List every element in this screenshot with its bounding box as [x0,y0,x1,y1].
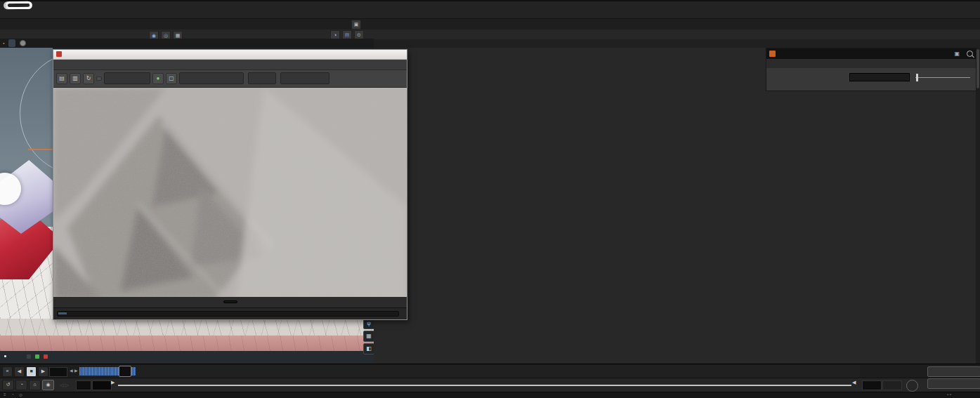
network-editor[interactable] [374,48,976,364]
range-start-field[interactable] [76,380,91,390]
range-end-display [882,380,902,390]
pane-layout-icon[interactable]: ▣ [351,20,361,29]
progress-bar [57,311,399,317]
toggle-icon[interactable] [27,354,31,359]
size-mode-select[interactable] [280,72,329,84]
red-status-icon[interactable] [44,354,48,359]
shelf-row [0,1,980,18]
network-scrollbar[interactable] [976,48,980,364]
refresh-icon[interactable]: ↻ [83,73,94,84]
green-status-icon[interactable] [35,354,39,359]
home-range-icon[interactable]: ⌂ [29,380,41,390]
playback-option-icons: ↺ ◔ ⌂ ◉ ◁ ▷ [2,380,69,390]
playhead[interactable] [119,366,131,377]
range-end-field[interactable] [862,380,882,390]
param-dialog-header[interactable]: ▣ [766,48,976,59]
path-row [0,29,980,39]
go-start-button[interactable]: « [2,366,13,377]
shade-display-icon[interactable]: ◧ [363,343,374,354]
node-layer [374,48,976,364]
aov-select[interactable] [104,72,150,84]
target-icon[interactable]: ⊙ [19,392,22,397]
ai-generated-watermark [6,1,32,9]
open-file-icon[interactable]: ▤ [56,73,67,84]
frame-inc-icon[interactable]: ▶ [74,368,78,373]
range-slider-right-arrow-icon[interactable]: ◀ [852,380,856,385]
param-dialog-body [766,68,976,91]
realtime-icon[interactable]: ◉ [42,380,54,390]
material-id-value[interactable] [849,73,910,81]
disabled-icon: ◁ [60,383,63,388]
material-id-slider[interactable] [915,77,970,78]
tab-row [0,18,980,30]
camera-select[interactable] [179,72,244,84]
rendered-image[interactable] [53,88,407,296]
frame-dec-icon[interactable]: ◀ [70,368,73,373]
playbar-row-main: « ◀ ■ ▶ » ◀ ▶ [0,364,980,378]
texture-display-icon[interactable]: ▦ [363,331,374,342]
pane-title-material-network[interactable] [8,39,15,47]
frame-icon[interactable]: ▣ [954,51,960,57]
frame-status-text [223,300,237,303]
light-circle-gizmo [20,51,53,175]
playbar-row-range: ↺ ◔ ⌂ ◉ ◁ ▷ ▶ ◀ [0,378,980,392]
floor-strip [0,319,374,336]
redshift-app-icon [56,51,62,57]
rv-progress-row [53,307,407,319]
clock-icon[interactable]: ◔ [11,392,14,397]
snapshot-dot-icon[interactable]: ● [152,73,164,84]
current-frame-field[interactable] [49,367,67,377]
loop-icon[interactable]: ↺ [2,380,14,390]
houdini-app: ▣ ◉ ◎ ▦ ◑ ▤ ⊙ ▪ [0,0,980,398]
viewport-side-toolbar: ψ ▦ ◧ [363,318,374,354]
param-dialog-tabs [766,59,976,68]
backdrop-strip [0,336,374,351]
param-dialog[interactable]: ▣ [766,48,976,91]
viewport-bottom-bar [0,351,374,364]
footer-dots-icon: ▪ ▪ [947,392,951,397]
stop-button[interactable]: ■ [26,366,37,377]
left-pane-header: ▪ [0,39,374,48]
render-art [53,88,407,296]
menu-lines-icon[interactable]: ≡ [4,392,6,397]
disabled-icon: ▷ [65,383,68,388]
global-anim-options-icon[interactable] [906,380,918,392]
play-button[interactable]: ▶ [38,366,48,377]
crop-region-icon[interactable]: ▢ [166,73,177,84]
save-image-icon[interactable]: ▥ [70,73,81,84]
rig-channels-button[interactable] [927,378,980,389]
keys-info-button[interactable] [927,366,980,377]
material-builder-icon [769,51,776,57]
pane-type-icon: ▪ [3,41,4,46]
playbar: « ◀ ■ ▶ » ◀ ▶ ↺ ◔ ⌂ ◉ ◁ ▷ [0,364,980,398]
status-dot-icon [4,355,6,357]
rv-titlebar[interactable] [53,50,407,60]
object-display-led-icon[interactable] [20,40,26,46]
search-icon[interactable] [967,51,973,57]
frame-ruler[interactable] [79,365,860,378]
pane-split-icons: ▣ [351,20,363,29]
ipr-toggle-button[interactable] [96,77,102,81]
gizmo-line [28,149,53,150]
step-back-button[interactable]: ◀ [14,366,25,377]
substep-field[interactable] [92,380,112,390]
range-slider-left-arrow-icon[interactable]: ▶ [111,380,115,385]
zoom-level-field[interactable] [248,72,276,84]
rv-statusbar [53,297,407,308]
redshift-render-view-window[interactable]: ▤ ▥ ↻ ● ▢ [53,49,407,320]
playbar-row-footer: ≡ ◔ ⊙ ▪ ▪ [0,392,980,398]
rv-menubar [53,60,407,70]
range-slider-track[interactable] [118,385,851,386]
slider-handle[interactable] [916,74,918,81]
clock-icon[interactable]: ◔ [15,380,27,390]
rv-toolbar: ▤ ▥ ↻ ● ▢ [53,70,407,88]
